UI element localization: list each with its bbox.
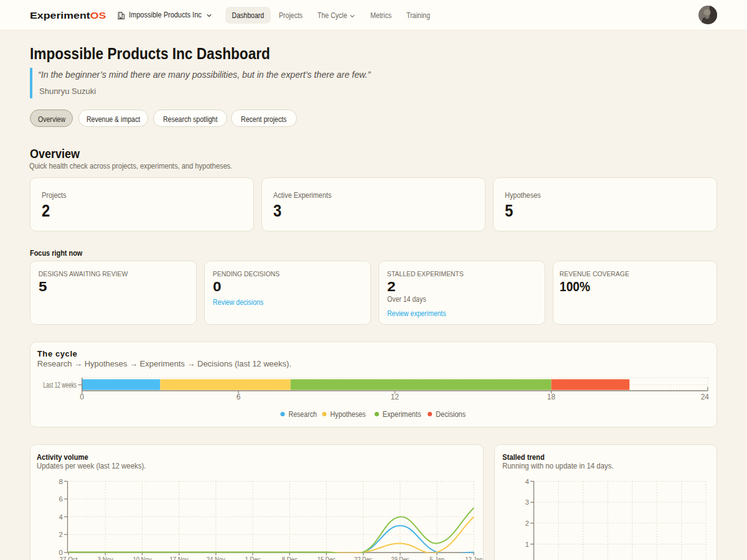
svg-text:27 Oct: 27 Oct bbox=[60, 555, 78, 560]
svg-text:4: 4 bbox=[59, 513, 63, 520]
svg-text:2: 2 bbox=[525, 519, 529, 526]
svg-text:1 Dec: 1 Dec bbox=[245, 555, 261, 560]
svg-text:8: 8 bbox=[59, 477, 63, 485]
svg-text:5 Jan: 5 Jan bbox=[430, 555, 444, 560]
svg-text:Hypotheses: Hypotheses bbox=[331, 410, 366, 419]
svg-text:3 Nov: 3 Nov bbox=[98, 555, 113, 560]
svg-text:4: 4 bbox=[525, 477, 530, 485]
svg-text:12 Jan: 12 Jan bbox=[465, 555, 482, 560]
svg-text:Last 12 weeks: Last 12 weeks bbox=[44, 381, 77, 390]
svg-text:6: 6 bbox=[237, 393, 241, 401]
svg-text:0: 0 bbox=[80, 393, 84, 401]
svg-text:24 Nov: 24 Nov bbox=[207, 555, 225, 560]
svg-text:24: 24 bbox=[701, 393, 710, 401]
svg-text:2: 2 bbox=[59, 531, 63, 538]
svg-text:22 Dec: 22 Dec bbox=[354, 555, 372, 560]
svg-text:10 Nov: 10 Nov bbox=[133, 555, 151, 560]
svg-text:3: 3 bbox=[525, 498, 529, 506]
svg-text:8 Dec: 8 Dec bbox=[282, 555, 298, 560]
svg-text:Research: Research bbox=[289, 410, 317, 419]
svg-text:Experiments: Experiments bbox=[383, 410, 421, 419]
svg-text:29 Dec: 29 Dec bbox=[391, 555, 409, 560]
svg-text:6: 6 bbox=[59, 495, 63, 503]
svg-text:12: 12 bbox=[391, 393, 400, 401]
svg-text:17 Nov: 17 Nov bbox=[170, 555, 189, 560]
svg-text:1: 1 bbox=[525, 540, 529, 548]
svg-text:15 Dec: 15 Dec bbox=[317, 555, 336, 560]
svg-text:Decisions: Decisions bbox=[436, 410, 466, 419]
svg-text:18: 18 bbox=[547, 393, 556, 401]
